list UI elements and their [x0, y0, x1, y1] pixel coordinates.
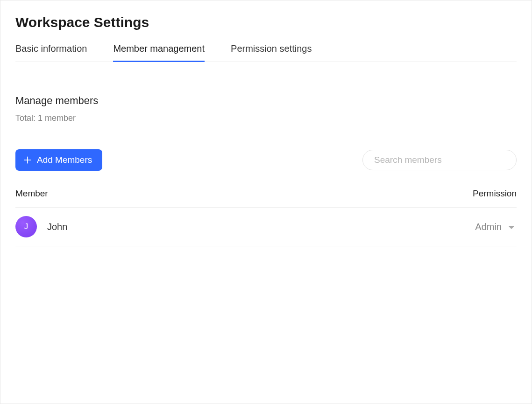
tab-label: Member management	[113, 43, 205, 54]
tab-permission-settings[interactable]: Permission settings	[231, 43, 312, 62]
permission-dropdown[interactable]: Admin	[475, 222, 517, 232]
avatar: J	[15, 216, 37, 237]
add-members-button[interactable]: Add Members	[15, 149, 102, 171]
avatar-initial: J	[24, 222, 28, 231]
section-subtitle: Total: 1 member	[15, 113, 517, 123]
column-member: Member	[15, 188, 48, 199]
column-permission: Permission	[473, 188, 517, 199]
chevron-down-icon	[508, 222, 515, 232]
section-title: Manage members	[15, 95, 517, 107]
tab-label: Basic information	[15, 43, 87, 54]
permission-value: Admin	[475, 222, 502, 232]
table-header: Member Permission	[15, 184, 517, 208]
tab-label: Permission settings	[231, 43, 312, 54]
member-name: John	[47, 222, 67, 232]
manage-members-section: Manage members Total: 1 member Add Membe…	[15, 95, 517, 246]
tab-member-management[interactable]: Member management	[113, 43, 205, 62]
toolbar: Add Members	[15, 149, 517, 171]
table-row: J John Admin	[15, 208, 517, 246]
tabs: Basic information Member management Perm…	[15, 43, 517, 62]
search-members-input[interactable]	[362, 150, 517, 170]
tab-basic-information[interactable]: Basic information	[15, 43, 87, 62]
member-cell: J John	[15, 216, 67, 237]
workspace-settings-panel: Workspace Settings Basic information Mem…	[0, 0, 532, 404]
page-title: Workspace Settings	[15, 14, 517, 30]
add-members-label: Add Members	[37, 155, 92, 165]
plus-icon	[23, 155, 32, 165]
